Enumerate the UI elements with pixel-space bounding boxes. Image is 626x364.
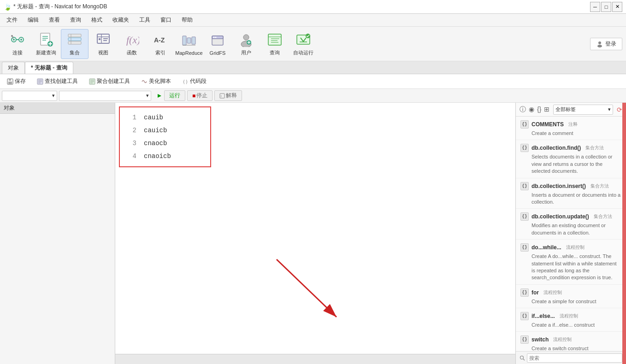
snippet-item[interactable]: {} do...while... 流程控制 Create A do...whil… bbox=[516, 240, 626, 285]
query-label: 查询 bbox=[270, 49, 280, 56]
save-button[interactable]: 保存 bbox=[2, 75, 31, 88]
stop-label: 停止 bbox=[196, 92, 207, 100]
menu-view[interactable]: 查看 bbox=[44, 15, 65, 25]
snippet-item[interactable]: {} for 流程控制 Create a simple for construc… bbox=[516, 285, 626, 308]
line-number: 1 bbox=[127, 111, 136, 124]
snippet-item[interactable]: {} if...else... 流程控制 Create a if...else.… bbox=[516, 308, 626, 332]
tag-selector[interactable]: 全部标签 ▾ bbox=[553, 105, 613, 115]
svg-rect-27 bbox=[187, 38, 191, 43]
stop-button[interactable]: ■ 停止 bbox=[187, 90, 213, 101]
explain-label: 解释 bbox=[226, 92, 237, 100]
tag-selector-label: 全部标签 bbox=[555, 106, 576, 113]
svg-rect-50 bbox=[9, 79, 11, 81]
snippet-item[interactable]: {} db.collection.update() 集合方法 Modifies … bbox=[516, 209, 626, 240]
snippet-desc: Create a comment bbox=[520, 130, 621, 137]
search-icon bbox=[520, 355, 525, 361]
maximize-button[interactable]: □ bbox=[601, 2, 611, 12]
mapreduce-button[interactable]: MapReduce bbox=[175, 29, 203, 59]
index-icon: A-Z bbox=[152, 31, 169, 48]
collection-dropdown[interactable]: ▾ bbox=[2, 91, 57, 101]
run-label: 运行 bbox=[169, 92, 180, 100]
right-panel-header: ⓘ ◉ {} ⊞ 全部标签 ▾ ⟳ bbox=[516, 103, 626, 117]
line-content: cnaoicb bbox=[144, 150, 171, 163]
snippet-item[interactable]: {} db.collection.insert() 集合方法 Inserts a… bbox=[516, 178, 626, 209]
refresh-icon[interactable]: ⟳ bbox=[617, 106, 622, 113]
code-snippet-button[interactable]: () 代码段 bbox=[177, 75, 212, 88]
title-bar-controls: ─ □ ✕ bbox=[590, 2, 622, 12]
connect-button[interactable]: 连接 bbox=[4, 29, 31, 59]
filter-dropdown[interactable]: ▾ bbox=[59, 91, 151, 101]
search-input[interactable] bbox=[527, 353, 622, 363]
run-button[interactable]: 运行 bbox=[164, 90, 185, 101]
code-snippet-label: 代码段 bbox=[190, 77, 207, 85]
tab-object[interactable]: 对象 bbox=[2, 62, 25, 74]
menu-window[interactable]: 窗口 bbox=[156, 15, 176, 25]
editor-area[interactable]: 1cauib2cauicb3cnaocb4cnaoicb bbox=[115, 103, 515, 364]
grid-icon[interactable]: ⊞ bbox=[544, 106, 549, 114]
new-query-button[interactable]: 新建查询 bbox=[32, 29, 60, 59]
svg-point-46 bbox=[598, 41, 601, 44]
autorun-icon bbox=[295, 31, 312, 48]
right-scrollbar[interactable] bbox=[622, 103, 626, 364]
snippet-title: db.collection.insert() bbox=[532, 183, 586, 189]
line-content: cauicb bbox=[144, 124, 167, 137]
menu-help[interactable]: 帮助 bbox=[177, 15, 197, 25]
tab-query[interactable]: * 无标题 - 查询 bbox=[25, 62, 73, 74]
user-label: 用户 bbox=[241, 49, 251, 56]
view-icon bbox=[95, 31, 112, 48]
index-label: 索引 bbox=[155, 49, 165, 56]
menu-query[interactable]: 查询 bbox=[65, 15, 86, 25]
snippet-desc: Inserts a document or documents into a c… bbox=[520, 192, 621, 206]
code-line: 4cnaoicb bbox=[127, 150, 203, 163]
app-icon: 🍃 bbox=[4, 3, 12, 11]
snippet-tag: 流程控制 bbox=[560, 313, 578, 319]
find-builder-button[interactable]: 查找创建工具 bbox=[32, 75, 83, 88]
minimize-button[interactable]: ─ bbox=[590, 2, 600, 12]
svg-line-66 bbox=[523, 359, 525, 360]
login-button[interactable]: 登录 bbox=[590, 38, 622, 50]
snippet-header: {} db.collection.insert() 集合方法 bbox=[520, 182, 621, 190]
snippet-header: {} db.collection.find() 集合方法 bbox=[520, 144, 621, 152]
beautify-button[interactable]: 美化脚本 bbox=[136, 75, 176, 88]
tag-selector-arrow: ▾ bbox=[608, 106, 611, 112]
collection-button[interactable]: 集合 bbox=[61, 29, 89, 59]
menu-favorites[interactable]: 收藏夹 bbox=[108, 15, 134, 25]
query-button[interactable]: 查询 bbox=[261, 29, 289, 59]
gridfs-icon bbox=[209, 32, 226, 49]
gridfs-button[interactable]: GridFS bbox=[204, 29, 231, 59]
menu-tools[interactable]: 工具 bbox=[135, 15, 155, 25]
function-button[interactable]: f(x) 函数 bbox=[118, 29, 146, 59]
explain-button[interactable]: i 解释 bbox=[214, 90, 242, 101]
snippet-header: {} if...else... 流程控制 bbox=[520, 312, 621, 320]
toolbar: 连接 新建查询 集合 bbox=[0, 27, 626, 61]
right-panel: ⓘ ◉ {} ⊞ 全部标签 ▾ ⟳ {} COMMENTS 注释 Create … bbox=[515, 103, 626, 364]
snippet-desc: Create a if...else... construct bbox=[520, 322, 621, 329]
code-editor[interactable]: 1cauib2cauicb3cnaocb4cnaoicb bbox=[115, 103, 515, 354]
snippet-icon: {} bbox=[520, 243, 529, 252]
aggregate-builder-icon bbox=[89, 78, 95, 85]
braces-icon[interactable]: {} bbox=[537, 106, 541, 114]
snippet-tag: 流程控制 bbox=[543, 289, 562, 296]
autorun-button[interactable]: 自动运行 bbox=[289, 29, 317, 59]
snippet-desc: Create A do...while... construct. The st… bbox=[520, 253, 621, 282]
snippet-tag: 集合方法 bbox=[591, 183, 609, 189]
info-icon[interactable]: ⓘ bbox=[520, 106, 526, 114]
subtab-bar: 保存 查找创建工具 聚合创建工具 美化脚本 () 代码段 bbox=[0, 74, 626, 89]
snippet-title: db.collection.update() bbox=[532, 213, 589, 220]
user-button[interactable]: 用户 bbox=[232, 29, 260, 59]
index-button[interactable]: A-Z 索引 bbox=[147, 29, 174, 59]
autorun-label: 自动运行 bbox=[293, 49, 313, 56]
eye-icon[interactable]: ◉ bbox=[529, 106, 534, 114]
snippet-desc: Create a simple for construct bbox=[520, 298, 621, 305]
close-button[interactable]: ✕ bbox=[612, 2, 622, 12]
view-button[interactable]: 视图 bbox=[89, 29, 117, 59]
title-bar: 🍃 * 无标题 - 查询 - Navicat for MongoDB ─ □ ✕ bbox=[0, 0, 626, 14]
snippet-item[interactable]: {} COMMENTS 注释 Create a comment bbox=[516, 117, 626, 140]
snippet-item[interactable]: {} switch 流程控制 Create a switch construct bbox=[516, 332, 626, 351]
snippet-item[interactable]: {} db.collection.find() 集合方法 Selects doc… bbox=[516, 140, 626, 178]
save-label: 保存 bbox=[15, 77, 26, 85]
menu-format[interactable]: 格式 bbox=[87, 15, 107, 25]
menu-file[interactable]: 文件 bbox=[2, 15, 22, 25]
menu-edit[interactable]: 编辑 bbox=[23, 15, 43, 25]
aggregate-builder-button[interactable]: 聚合创建工具 bbox=[84, 75, 135, 88]
